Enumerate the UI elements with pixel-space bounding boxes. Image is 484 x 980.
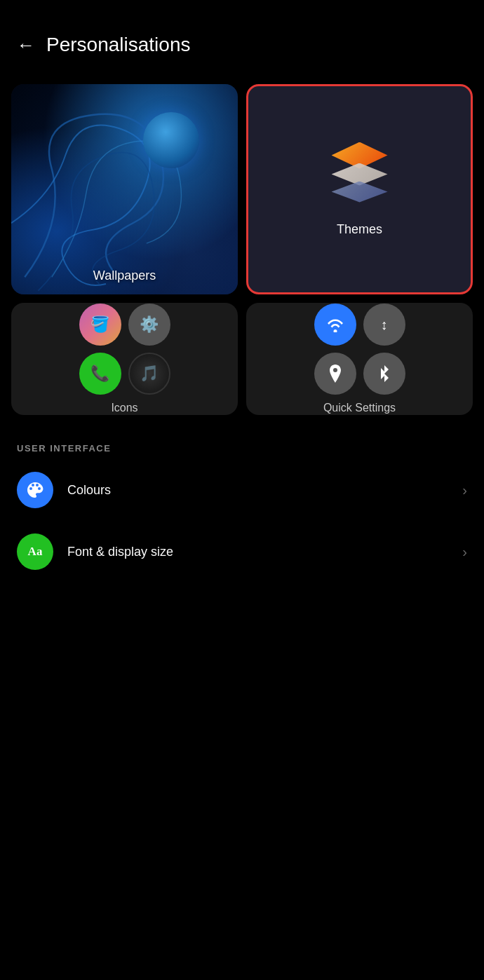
colours-text: Colours	[67, 483, 448, 498]
wallpaper-background	[11, 84, 238, 294]
wallpapers-label: Wallpapers	[11, 268, 238, 283]
layer-bottom	[332, 182, 388, 203]
themes-card[interactable]: Themes	[246, 84, 473, 294]
icon-music: 🎵	[128, 353, 170, 395]
list-item-font[interactable]: Aa Font & display size ›	[0, 521, 484, 583]
icon-phone: 📞	[79, 353, 121, 395]
icon-paintbucket: 🪣	[79, 304, 121, 346]
icons-grid: 🪣 ⚙️ 📞 🎵	[79, 304, 170, 395]
qs-grid: ↕	[314, 304, 405, 395]
qs-sound-icon: ↕	[363, 304, 405, 346]
header: ← Personalisations	[0, 0, 484, 73]
page-title: Personalisations	[46, 34, 190, 56]
wifi-svg	[325, 317, 345, 332]
qs-location-icon	[314, 353, 356, 395]
wallpaper-sphere	[143, 112, 199, 168]
font-text: Font & display size	[67, 545, 448, 559]
icon-gear: ⚙️	[128, 304, 170, 346]
colours-icon-circle	[17, 472, 53, 508]
wallpaper-swirl-svg	[11, 84, 238, 294]
colours-chevron: ›	[462, 482, 467, 498]
themes-label: Themes	[337, 222, 382, 237]
wallpapers-card[interactable]: Wallpapers	[11, 84, 238, 294]
quick-settings-label: Quick Settings	[323, 402, 396, 414]
location-svg	[328, 365, 343, 383]
list-item-colours[interactable]: Colours ›	[0, 459, 484, 521]
quick-settings-card[interactable]: ↕ Quick Settings	[246, 303, 473, 415]
font-chevron: ›	[462, 544, 467, 560]
font-icon-circle: Aa	[17, 533, 53, 570]
qs-bluetooth-icon	[363, 353, 405, 395]
themes-layers-icon	[321, 142, 398, 205]
icons-label: Icons	[111, 402, 137, 414]
colours-icon	[26, 481, 44, 499]
bluetooth-svg	[379, 365, 390, 383]
icons-card[interactable]: 🪣 ⚙️ 📞 🎵 Icons	[11, 303, 238, 415]
qs-wifi-icon	[314, 304, 356, 346]
cards-grid: Wallpapers Themes 🪣 ⚙️ 📞 🎵 Icons	[0, 73, 484, 432]
back-button[interactable]: ←	[17, 36, 35, 54]
section-user-interface-heading: USER INTERFACE	[0, 432, 484, 459]
